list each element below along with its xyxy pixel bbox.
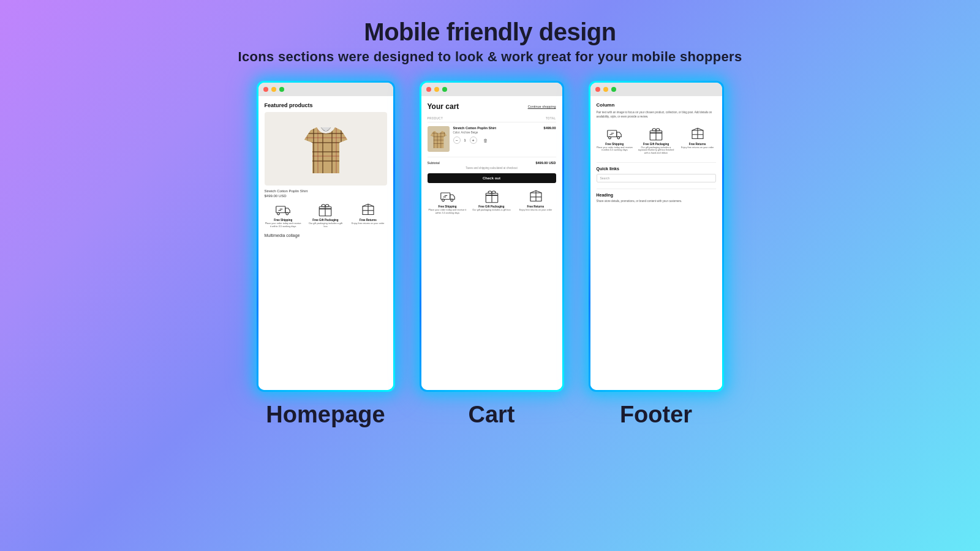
subtotal-value: $499.00 USD (535, 161, 556, 165)
cart-item-thumb (428, 126, 450, 152)
heading-desc: Share store details, promotions, or bran… (597, 200, 716, 204)
cart-gift-label: Free Gift Packaging (478, 205, 504, 208)
dot-green-cart (442, 87, 447, 92)
cart-item-name: Stretch Cotton Poplin Shirt (453, 126, 540, 130)
featured-title: Featured products (265, 102, 387, 108)
gift-desc: Our gift packaging includes a gift box (307, 222, 344, 228)
subtotal-label: Subtotal (428, 161, 440, 165)
homepage-content: Featured products (258, 96, 393, 390)
shipping-icon (276, 203, 290, 217)
cart-returns-icon-item: Free Returns Enjoy free returns on your … (516, 189, 556, 215)
cart-icons-row: Free Shipping Place your order today and… (428, 189, 556, 215)
cart-returns-desc: Enjoy free returns on your order (519, 209, 552, 212)
col-total: TOTAL (546, 117, 556, 120)
cart-item-info: Stretch Cotton Poplin Shirt Color: Archi… (453, 126, 540, 152)
shirt-image-icon (301, 118, 350, 179)
qty-plus[interactable]: + (470, 137, 477, 144)
footer-browser-frame: Column Pair text with an image to focus … (589, 81, 724, 392)
cart-gift-desc: Our gift packaging includes a gift box (472, 209, 510, 212)
footer-gift-icon-item: Free Gift Packaging Our gift packaging i… (638, 127, 674, 156)
continue-link[interactable]: Continue shopping (528, 105, 556, 108)
quick-links-title: Quick links (597, 162, 716, 171)
heading-section: Heading Share store details, promotions,… (597, 189, 716, 204)
homepage-titlebar (258, 83, 393, 96)
footer-col-desc: Pair text with an image to focus on your… (597, 111, 716, 119)
footer-col-title: Column (597, 102, 716, 108)
svg-point-35 (450, 199, 453, 201)
col-product: PRODUCT (428, 117, 443, 120)
homepage-label: Homepage (266, 402, 385, 428)
search-box[interactable]: Search (597, 174, 716, 182)
svg-rect-43 (608, 130, 617, 137)
footer-returns-desc: Enjoy free returns on your order (681, 146, 714, 149)
cart-shipping-desc: Place your order today and receive it wi… (428, 209, 468, 215)
footer-returns-icon (690, 127, 705, 141)
trash-icon[interactable]: 🗑 (483, 138, 488, 143)
returns-desc: Enjoy free returns on your order (352, 222, 385, 225)
heading-label: Heading (597, 193, 716, 197)
cart-returns-label: Free Returns (527, 205, 545, 208)
tax-note: Taxes and shipping calculated at checkou… (428, 167, 556, 170)
footer-returns-label: Free Returns (689, 143, 706, 146)
footer-shipping-label: Free Shipping (605, 143, 624, 146)
svg-rect-14 (276, 206, 285, 213)
cart-panel-wrapper: Your cart Continue shopping PRODUCT TOTA… (420, 81, 564, 428)
footer-shipping-desc: Place your order today and receive it wi… (597, 146, 633, 152)
page-subtitle: Icons sections were designed to look & w… (238, 49, 742, 65)
dot-green (279, 87, 284, 92)
dot-yellow-cart (434, 87, 439, 92)
cart-shipping-label: Free Shipping (438, 205, 456, 208)
gift-icon (318, 203, 333, 217)
dot-yellow (271, 87, 276, 92)
homepage-browser-frame: Featured products (257, 81, 395, 392)
cart-title: Your cart (428, 102, 459, 111)
svg-rect-33 (440, 193, 450, 200)
footer-titlebar (590, 83, 722, 96)
cart-item: Stretch Cotton Poplin Shirt Color: Archi… (428, 126, 556, 152)
svg-rect-24 (429, 127, 448, 151)
cart-content: Your cart Continue shopping PRODUCT TOTA… (421, 96, 562, 390)
cart-titlebar (421, 83, 562, 96)
panels-container: Featured products (0, 75, 980, 434)
svg-point-16 (286, 212, 288, 215)
returns-label: Free Returns (360, 219, 377, 222)
shipping-label: Free Shipping (274, 219, 292, 222)
cart-header: Your cart Continue shopping (428, 102, 556, 111)
dot-red-cart (426, 87, 431, 92)
footer-gift-label: Free Gift Packaging (643, 143, 669, 146)
qty-controls: − 1 + 🗑 (453, 137, 540, 144)
svg-point-15 (277, 212, 280, 215)
multimedia-label: Multimedia collage (265, 233, 387, 238)
cart-item-price: $499.00 (544, 126, 556, 152)
homepage-panel-wrapper: Featured products (257, 81, 395, 428)
qty-value: 1 (464, 138, 466, 142)
dot-green-footer (611, 87, 616, 92)
footer-content: Column Pair text with an image to focus … (590, 96, 722, 390)
cart-subtotal: Subtotal $499.00 USD (428, 157, 556, 165)
product-image (265, 112, 387, 186)
homepage-icons-row: Free Shipping Place your order today and… (265, 203, 387, 228)
product-price: $499.00 USD (265, 194, 387, 198)
cart-shipping-icon (440, 189, 455, 204)
qty-minus[interactable]: − (453, 137, 461, 144)
dot-yellow-footer (603, 87, 608, 92)
gift-icon-item: Free Gift Packaging Our gift packaging i… (307, 203, 344, 228)
cart-table-header: PRODUCT TOTAL (428, 117, 556, 122)
gift-label: Free Gift Packaging (312, 219, 338, 222)
footer-gift-icon (649, 127, 663, 141)
cart-item-color: Color: Archive Beige (453, 131, 540, 134)
cart-gift-icon-item: Free Gift Packaging Our gift packaging i… (472, 189, 512, 215)
page-title: Mobile friendly design (238, 17, 742, 47)
footer-gift-desc: Our gift packaging includes a signature … (638, 146, 674, 156)
page-header: Mobile friendly design Icons sections we… (226, 0, 755, 75)
footer-panel-wrapper: Column Pair text with an image to focus … (589, 81, 724, 428)
footer-returns-icon-item: Free Returns Enjoy free returns on your … (679, 127, 716, 156)
cart-browser-inner: Your cart Continue shopping PRODUCT TOTA… (421, 83, 562, 390)
shipping-icon-item: Free Shipping Place your order today and… (265, 203, 302, 228)
footer-icons-row: Free Shipping Place your order today and… (597, 127, 716, 156)
svg-point-45 (617, 137, 620, 139)
checkout-button[interactable]: Check out (428, 173, 556, 183)
footer-label: Footer (620, 402, 692, 428)
footer-browser-inner: Column Pair text with an image to focus … (590, 83, 722, 390)
svg-point-34 (442, 199, 444, 201)
